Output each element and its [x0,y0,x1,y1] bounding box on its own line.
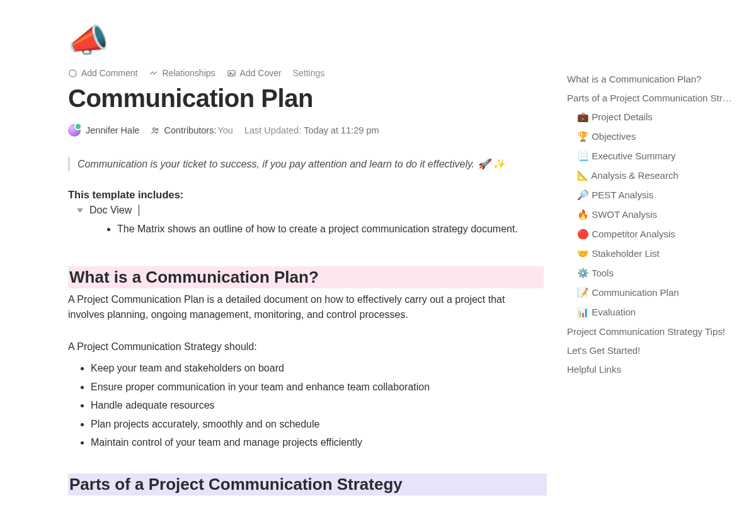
add-comment-label: Add Comment [81,68,137,78]
outline-sublink[interactable]: 📃 Executive Summary [567,146,737,166]
people-icon [151,126,160,135]
add-cover-button[interactable]: Add Cover [227,68,282,78]
heading-parts[interactable]: Parts of a Project Communication Strateg… [68,473,547,495]
caret-down-icon [77,208,83,213]
svg-point-0 [69,69,76,76]
outline-link[interactable]: Helpful Links [567,359,737,378]
outline-sidebar: What is a Communication Plan? Parts of a… [567,69,737,378]
outline-sublink[interactable]: 🔎 PEST Analysis [567,185,737,205]
contributors-label: Contributors: [164,125,216,135]
outline-sublink[interactable]: 🏆 Objectives [567,127,737,146]
page-meta: Jennifer Hale Contributors: You Last Upd… [68,124,547,137]
paragraph[interactable]: A Project Communication Plan is a detail… [68,292,547,324]
outline-link[interactable]: What is a Communication Plan? [567,69,737,88]
outline-sublink[interactable]: 🔥 SWOT Analysis [567,205,737,224]
doc-view-label: Doc View [89,205,132,216]
outline-sublink[interactable]: 🔴 Competitor Analysis [567,224,737,244]
page-toolbar: Add Comment Relationships Add Cover Sett… [68,68,547,78]
heading-what-is[interactable]: What is a Communication Plan? [68,266,544,288]
last-updated: Last Updated: Today at 11:29 pm [244,125,379,135]
outline-sublink[interactable]: ⚙️ Tools [567,263,737,283]
outline-sublink[interactable]: 📝 Communication Plan [567,283,737,302]
author-name: Jennifer Hale [86,125,139,135]
outline-sublink[interactable]: 💼 Project Details [567,107,737,127]
author-chip[interactable]: Jennifer Hale [68,124,139,137]
template-includes-heading[interactable]: This template includes: [68,189,547,201]
list-item[interactable]: The Matrix shows an outline of how to cr… [117,221,522,237]
relationships-label: Relationships [162,68,215,78]
settings-button[interactable]: Settings [293,68,325,78]
svg-point-3 [153,128,156,130]
list-item[interactable]: Keep your team and stakeholders on board [91,359,547,378]
image-icon [227,69,236,78]
comment-icon [68,69,77,78]
updated-label: Last Updated: [244,125,301,135]
list-item[interactable]: Handle adequate resources [91,396,547,415]
quote-block[interactable]: Communication is your ticket to success,… [68,157,547,171]
outline-sublink[interactable]: 🤝 Stakeholder List [567,244,737,263]
avatar [68,124,81,137]
outline-sublink[interactable]: 📊 Evaluation [567,302,737,322]
list-item[interactable]: Ensure proper communication in your team… [91,378,547,397]
outline-link[interactable]: Parts of a Project Communication Strateg… [567,88,737,107]
paragraph[interactable]: A Project Communication Strategy should: [68,339,547,355]
outline-link[interactable]: Project Communication Strategy Tips! [567,322,737,341]
contributors-value: You [217,125,232,135]
outline-sublink[interactable]: 📐 Analysis & Research [567,166,737,185]
relationships-icon [149,69,158,78]
strategy-bullets: Keep your team and stakeholders on board… [91,359,547,452]
add-comment-button[interactable]: Add Comment [68,68,137,78]
text-cursor [139,205,139,216]
list-item[interactable]: Maintain control of your team and manage… [91,433,547,452]
page-icon[interactable]: 📣 [68,24,547,57]
add-cover-label: Add Cover [240,68,282,78]
svg-point-4 [157,128,159,130]
updated-value: Today at 11:29 pm [304,125,379,135]
doc-view-toggle[interactable]: Doc View [77,205,547,216]
page-title[interactable]: Communication Plan [68,84,547,113]
outline-link[interactable]: Let's Get Started! [567,341,737,359]
list-item[interactable]: Plan projects accurately, smoothly and o… [91,415,547,434]
contributors-chip[interactable]: Contributors: You [151,125,232,135]
relationships-button[interactable]: Relationships [149,68,215,78]
